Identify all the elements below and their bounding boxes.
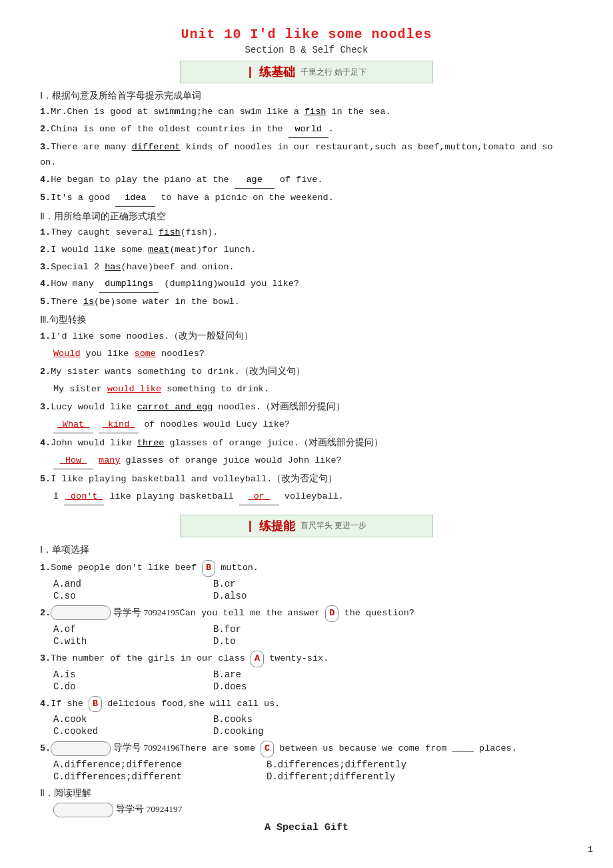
p3-3q: 3.Lucy would like carrot and egg noodles…	[40, 399, 573, 415]
p3-4q: 4.John would like three glasses of orang…	[40, 435, 573, 451]
p2-1: 1.They caught several fish(fish).	[40, 225, 573, 241]
banner1-sub: 千里之行 始于足下	[301, 67, 366, 78]
mc-1-choices2: C.so D.also	[53, 591, 573, 601]
p1-3: 3.There are many different kinds of nood…	[40, 140, 573, 171]
mc-3-choices: A.is B.are	[53, 669, 573, 680]
mc-3: 3.The number of the girls in our class A…	[40, 651, 573, 667]
p2-3: 3.Special 2 has(have)beef and onion.	[40, 260, 573, 275]
mc-4-choices: A.cook B.cooks	[53, 714, 573, 725]
part1-label: Ⅰ．根据句意及所给首字母提示完成单词	[40, 90, 573, 102]
sub-title: Section B & Self Check	[40, 45, 573, 55]
mc-4-choices2: C.cooked D.cooking	[53, 726, 573, 737]
reading-qr-row: 导学号 70924197	[53, 802, 573, 818]
mc-5: 5.导学号 70924196There are some C between u…	[40, 741, 573, 757]
banner2-main: 练提能	[259, 518, 295, 534]
part3-label: Ⅲ.句型转换	[40, 314, 573, 326]
banner1: | 练基础 千里之行 始于足下	[180, 61, 433, 83]
p2-5: 5.There is(be)some water in the bowl.	[40, 295, 573, 310]
p3-3a: What kind of noodles would Lucy like?	[53, 417, 573, 433]
banner1-main: 练基础	[259, 64, 295, 80]
mc-2: 2.导学号 70924195Can you tell me the answer…	[40, 605, 573, 622]
part4-label: Ⅰ．单项选择	[40, 544, 573, 556]
part5-label: Ⅱ．阅读理解	[40, 787, 573, 799]
mc-2-choices2: C.with D.to	[53, 636, 573, 647]
p3-4a: How many glasses of orange juice would J…	[53, 453, 573, 469]
p3-1q: 1.I'd like some noodles.（改为一般疑问句）	[40, 329, 573, 345]
p1-5: 5.It's a good idea to have a picnic on t…	[40, 191, 573, 207]
p2-4: 4.How many dumplings (dumpling)would you…	[40, 277, 573, 293]
mc-5-choices: A.difference;difference B.differences;di…	[53, 759, 573, 770]
reading-title: A Special Gift	[40, 822, 573, 833]
p3-1a: Would you like some noodles?	[53, 347, 573, 362]
qr-2	[51, 605, 111, 620]
p3-5a: I don't like playing basketball or volle…	[53, 489, 573, 505]
p1-2: 2.China is one of the oldest countries i…	[40, 122, 573, 138]
mc-4: 4.If she B delicious food,she will call …	[40, 696, 573, 713]
mc-3-choices2: C.do D.does	[53, 681, 573, 692]
banner2-vertical: |	[247, 519, 254, 533]
p3-5q: 5.I like playing basketball and volleyba…	[40, 471, 573, 487]
mc-2-choices: A.of B.for	[53, 624, 573, 635]
p3-2q: 2.My sister wants something to drink.（改为…	[40, 364, 573, 380]
p1-4: 4.He began to play the piano at the age …	[40, 173, 573, 189]
qr-5	[51, 741, 111, 756]
p2-2: 2.I would like some meat(meat)for lunch.	[40, 243, 573, 258]
page-number: 1	[588, 845, 593, 855]
qr-reading	[53, 803, 113, 817]
banner1-vertical: |	[247, 65, 254, 79]
banner2-sub: 百尺竿头 更进一步	[301, 520, 366, 531]
part2-label: Ⅱ．用所给单词的正确形式填空	[40, 211, 573, 223]
mc-1: 1.Some people don't like beef B mutton.	[40, 560, 573, 577]
mc-5-choices2: C.differences;different D.different;diff…	[53, 771, 573, 782]
p1-1: 1.Mr.Chen is good at swimming;he can swi…	[40, 105, 573, 120]
banner2: | 练提能 百尺竿头 更进一步	[180, 515, 433, 537]
mc-1-choices: A.and B.or	[53, 579, 573, 589]
main-title: Unit 10 I'd like some noodles	[40, 27, 573, 42]
p3-2a: My sister would like something to drink.	[53, 382, 573, 397]
